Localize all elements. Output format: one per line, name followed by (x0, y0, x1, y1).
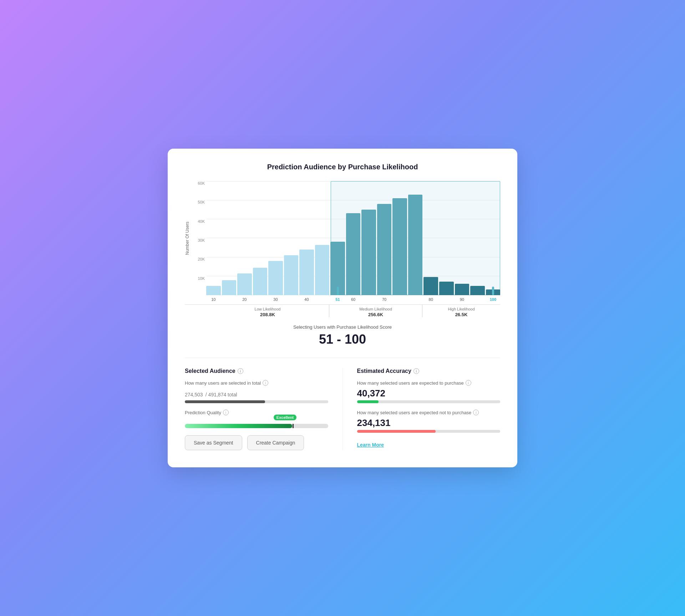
buttons-row: Save as Segment Create Campaign (185, 435, 328, 450)
audience-progress-bar (185, 400, 328, 403)
y-tick-50k: 50K (192, 200, 205, 204)
bar-3 (237, 273, 252, 295)
quality-badge: Excellent (274, 415, 296, 420)
expected-not-info-icon[interactable]: i (473, 410, 479, 415)
y-tick-30k: 30K (192, 238, 205, 242)
right-range-handle[interactable] (492, 287, 494, 295)
bar-9 (330, 242, 345, 295)
left-range-handle[interactable] (337, 287, 339, 295)
expected-not-fill (357, 430, 436, 433)
quality-label-text: Prediction Quality (185, 410, 221, 415)
high-likelihood-count: 26.5K (424, 312, 499, 317)
x-tick-70: 70 (377, 297, 392, 302)
learn-more-link[interactable]: Learn More (357, 442, 384, 448)
x-tick-blank8 (439, 297, 454, 302)
grid-line-1 (206, 181, 500, 181)
bar-1 (206, 286, 221, 295)
selected-audience-title-text: Selected Audience (185, 368, 235, 374)
total-label: How many users are selected in total i (185, 380, 328, 386)
x-tick-10: 10 (206, 297, 221, 302)
create-campaign-button[interactable]: Create Campaign (247, 435, 304, 450)
x-tick-51: 51 (330, 297, 345, 302)
quality-info-icon[interactable]: i (223, 410, 229, 415)
bar-16 (439, 282, 454, 295)
bars-wrapper (206, 181, 500, 295)
estimated-accuracy-title: Estimated Accuracy i (357, 368, 501, 374)
save-segment-button[interactable]: Save as Segment (185, 435, 242, 450)
x-tick-40: 40 (299, 297, 314, 302)
high-likelihood-section: High Likelihood 26.5K (422, 305, 500, 317)
bar-19 (486, 289, 501, 295)
chart-title: Prediction Audience by Purchase Likeliho… (185, 163, 500, 171)
high-likelihood-name: High Likelihood (424, 307, 499, 311)
bar-11 (361, 210, 376, 295)
quality-bar-fill (185, 424, 292, 428)
expected-purchase-value: 40,372 (357, 388, 501, 399)
expected-purchase-label: How many selected users are expected to … (357, 380, 501, 386)
bar-12 (377, 204, 392, 295)
x-tick-20: 20 (237, 297, 252, 302)
medium-likelihood-name: Medium Likelihood (331, 307, 421, 311)
x-axis: 10 20 30 40 51 60 70 80 90 100 (185, 297, 500, 302)
x-tick-30: 30 (268, 297, 283, 302)
x-tick-blank2 (253, 297, 268, 302)
expected-purchase-progress (357, 400, 501, 403)
expected-not-label-text: How many selected users are expected not… (357, 410, 472, 415)
x-tick-blank5 (361, 297, 376, 302)
y-tick-20k: 20K (192, 257, 205, 261)
low-likelihood-count: 208.8K (208, 312, 328, 317)
quality-label: Prediction Quality i (185, 410, 328, 415)
bar-4 (253, 268, 268, 295)
bar-14 (408, 195, 423, 295)
bar-8 (315, 245, 330, 295)
bar-15 (423, 277, 438, 295)
x-tick-90: 90 (455, 297, 470, 302)
audience-progress-fill (185, 400, 265, 403)
accuracy-info-icon[interactable]: i (413, 368, 419, 374)
score-range-label: Selecting Users with Purchase Likelihood… (185, 324, 500, 330)
medium-likelihood-section: Medium Likelihood 256.6K (329, 305, 422, 317)
x-tick-100: 100 (486, 297, 501, 302)
estimated-accuracy-panel: Estimated Accuracy i How many selected u… (357, 368, 501, 450)
y-tick-60k: 60K (192, 181, 205, 185)
main-card: Prediction Audience by Purchase Likeliho… (168, 149, 517, 467)
y-tick-40k: 40K (192, 219, 205, 224)
x-tick-blank4 (315, 297, 330, 302)
x-tick-blank1 (222, 297, 237, 302)
total-info-icon[interactable]: i (263, 380, 268, 386)
quality-marker (293, 424, 294, 428)
panel-divider (342, 368, 343, 450)
low-likelihood-section: Low Likelihood 208.8K (206, 305, 329, 317)
total-label-text: How many users are selected in total (185, 380, 261, 386)
selected-audience-info-icon[interactable]: i (238, 368, 243, 374)
bar-17 (455, 284, 470, 295)
x-tick-blank9 (470, 297, 485, 302)
chart-area: Number Of Users 60K 50K 40K 30K 20K 10K (185, 181, 500, 295)
expected-purchase-fill (357, 400, 379, 403)
bottom-panels: Selected Audience i How many users are s… (185, 368, 500, 450)
y-axis-text: Number Of Users (185, 181, 190, 295)
expected-purchase-info-icon[interactable]: i (466, 380, 471, 386)
bar-18 (470, 286, 485, 295)
low-likelihood-name: Low Likelihood (208, 307, 328, 311)
likelihood-labels: Low Likelihood 208.8K Medium Likelihood … (185, 304, 500, 317)
quality-bar-container: Excellent (185, 424, 328, 428)
grid-line-2 (206, 200, 500, 200)
quality-bar-wrap (185, 424, 328, 428)
expected-not-label: How many selected users are expected not… (357, 410, 501, 415)
bar-6 (284, 255, 299, 295)
estimated-accuracy-title-text: Estimated Accuracy (357, 368, 411, 374)
bar-13 (392, 198, 407, 295)
expected-not-value: 234,131 (357, 417, 501, 428)
bar-10 (346, 213, 361, 295)
selected-audience-panel: Selected Audience i How many users are s… (185, 368, 328, 450)
section-divider (185, 358, 500, 358)
total-suffix: / 491,874 total (206, 392, 237, 397)
expected-not-progress (357, 430, 501, 433)
medium-likelihood-count: 256.6K (331, 312, 421, 317)
score-range-value: 51 - 100 (185, 332, 500, 347)
x-tick-blank3 (284, 297, 299, 302)
x-tick-blank6 (392, 297, 407, 302)
bar-7 (299, 250, 314, 295)
x-tick-80: 80 (423, 297, 438, 302)
